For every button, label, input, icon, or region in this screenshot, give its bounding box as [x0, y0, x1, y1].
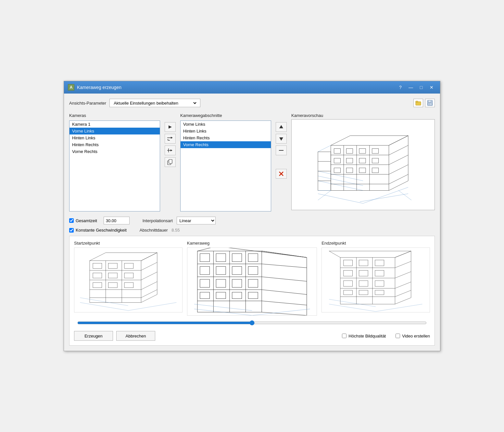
- camera-item-2[interactable]: Hinten Links: [69, 134, 160, 141]
- help-button[interactable]: ?: [396, 84, 405, 91]
- kameraweg-preview: [187, 248, 317, 316]
- params-row-2: Konstante Geschwindigkeit Abschnittdauer…: [69, 228, 435, 233]
- gesamtzeit-label[interactable]: Gesamtzeit: [69, 218, 97, 223]
- arrow-up-icon: [279, 125, 284, 129]
- konstante-label[interactable]: Konstante Geschwindigkeit: [69, 228, 127, 233]
- titlebar-controls: ? — □ ✕: [396, 84, 436, 91]
- arrow-right-icon: [168, 125, 172, 129]
- segments-label: Kamerawegabschnitte: [180, 113, 271, 118]
- svg-marker-8: [171, 137, 173, 139]
- main-content: Ansichts-Parameter Aktuelle Einstellunge…: [64, 94, 440, 351]
- svg-rect-18: [279, 150, 284, 151]
- interpolation-label: Interpolationsart: [143, 218, 173, 223]
- add-segment-button[interactable]: [165, 122, 176, 132]
- svg-rect-15: [169, 159, 172, 163]
- replace-segment-button[interactable]: [165, 134, 176, 144]
- bottom-section: Startzeitpunkt: [69, 236, 435, 346]
- params-dropdown-wrapper[interactable]: Aktuelle Einstellungen beibehalten Gespe…: [109, 99, 200, 107]
- start-label: Startzeitpunkt: [74, 241, 183, 246]
- svg-rect-1: [416, 101, 418, 102]
- svg-marker-6: [169, 125, 172, 129]
- save-button[interactable]: [425, 99, 435, 107]
- end-preview: [321, 248, 430, 312]
- kameraweg-preview-svg: [187, 248, 317, 315]
- camera-preview-svg: [292, 120, 435, 210]
- konstante-checkbox[interactable]: [69, 228, 74, 233]
- main-window: A Kameraweg erzeugen ? — □ ✕ Ansichts-Pa…: [64, 81, 440, 351]
- minimize-button[interactable]: —: [406, 84, 415, 91]
- window-title: Kameraweg erzeugen: [77, 85, 121, 90]
- gesamtzeit-input[interactable]: [104, 217, 130, 224]
- replace-icon: [167, 136, 173, 141]
- cameras-label: Kameras: [69, 113, 160, 118]
- segment-item-0[interactable]: Vorne Links: [181, 121, 271, 128]
- start-preview: [74, 248, 183, 312]
- right-controls: [276, 113, 287, 211]
- move-up-button[interactable]: [276, 122, 287, 132]
- end-label: Endzeitpunkt: [321, 241, 430, 246]
- maximize-button[interactable]: □: [417, 84, 426, 91]
- close-button[interactable]: ✕: [427, 84, 436, 91]
- video-label[interactable]: Video erstellen: [396, 334, 430, 338]
- folder-icon: [415, 100, 421, 106]
- svg-marker-16: [279, 125, 283, 128]
- slider-row: [74, 320, 430, 326]
- start-column: Startzeitpunkt: [74, 241, 183, 316]
- copy-icon: [167, 159, 173, 165]
- main-section: Kameras Kamera 1 Vorne Links Hinten Link…: [69, 113, 435, 211]
- camera-item-3[interactable]: Hinten Rechts: [69, 141, 160, 148]
- timeline-slider[interactable]: [77, 320, 427, 325]
- minus-icon: [279, 150, 284, 151]
- insert-icon: [167, 148, 173, 153]
- arrow-down-icon: [279, 136, 284, 141]
- camera-preview-panel: Kameravorschau: [291, 113, 435, 211]
- abschnitt-value: 8.55: [171, 228, 180, 233]
- params-dropdown[interactable]: Aktuelle Einstellungen beibehalten Gespe…: [112, 100, 197, 106]
- cameras-panel: Kameras Kamera 1 Vorne Links Hinten Link…: [69, 113, 160, 211]
- kameraweg-label: Kameraweg: [187, 241, 317, 246]
- delete-x-icon: [279, 171, 284, 176]
- open-folder-button[interactable]: [413, 99, 423, 107]
- middle-controls: [165, 113, 176, 211]
- camera-item-4[interactable]: Vorne Rechts: [69, 148, 160, 155]
- bottom-previews: Startzeitpunkt: [74, 241, 430, 316]
- abschnitt-label: Abschnittdauer: [140, 228, 168, 233]
- delete-button[interactable]: [276, 169, 287, 179]
- svg-rect-5: [429, 103, 430, 105]
- bildqualitaet-label[interactable]: Höchste Bildqualität: [342, 334, 386, 338]
- segments-list[interactable]: Vorne Links Hinten Links Hinten Rechts V…: [180, 121, 271, 211]
- end-preview-svg: [322, 248, 430, 312]
- segment-item-1[interactable]: Hinten Links: [181, 128, 271, 134]
- erzeugen-button[interactable]: Erzeugen: [74, 331, 113, 341]
- segments-panel: Kamerawegabschnitte Vorne Links Hinten L…: [180, 113, 271, 211]
- camera-item-0[interactable]: Kamera 1: [69, 121, 160, 128]
- end-column: Endzeitpunkt: [321, 241, 430, 316]
- insert-segment-button[interactable]: [165, 146, 176, 155]
- bildqualitaet-checkbox[interactable]: [342, 334, 346, 338]
- segment-item-2[interactable]: Hinten Rechts: [181, 134, 271, 141]
- abbrechen-button[interactable]: Abbrechen: [116, 331, 155, 341]
- copy-segment-button[interactable]: [165, 157, 176, 167]
- titlebar: A Kameraweg erzeugen ? — □ ✕: [64, 81, 440, 94]
- start-preview-svg: [74, 248, 182, 312]
- camera-preview-label: Kameravorschau: [291, 113, 435, 118]
- camera-preview-image: [291, 119, 435, 210]
- svg-rect-96: [194, 248, 310, 315]
- titlebar-left: A Kameraweg erzeugen: [68, 84, 121, 91]
- cameras-list[interactable]: Kamera 1 Vorne Links Hinten Links Hinten…: [69, 121, 160, 211]
- svg-marker-17: [279, 137, 283, 141]
- gesamtzeit-checkbox[interactable]: [69, 218, 74, 223]
- interpolation-dropdown[interactable]: Linear Kubisch Slerp: [177, 217, 216, 224]
- move-down-button[interactable]: [276, 134, 287, 144]
- save-icon: [427, 100, 433, 106]
- svg-marker-12: [170, 149, 172, 151]
- segment-item-3[interactable]: Vorne Rechts: [181, 141, 271, 148]
- app-icon: A: [68, 84, 74, 91]
- kameraweg-column: Kameraweg: [187, 241, 317, 316]
- camera-item-1[interactable]: Vorne Links: [69, 128, 160, 134]
- bottom-buttons: Erzeugen Abbrechen Höchste Bildqualität …: [74, 331, 430, 341]
- remove-button[interactable]: [276, 146, 287, 155]
- svg-rect-3: [428, 100, 431, 102]
- video-checkbox[interactable]: [396, 334, 400, 338]
- params-row: Gesamtzeit Interpolationsart Linear Kubi…: [69, 217, 435, 224]
